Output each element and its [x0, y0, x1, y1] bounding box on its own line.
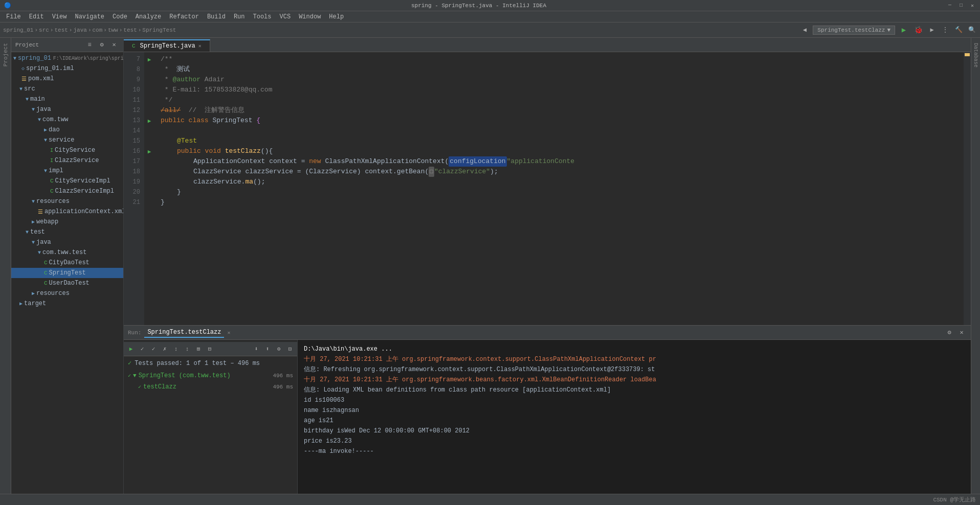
- springtest-label: SpringTest: [49, 269, 86, 277]
- tree-item-src[interactable]: ▼ src: [11, 84, 123, 94]
- filter-fail-button[interactable]: ✗: [160, 344, 170, 354]
- menu-navigate[interactable]: Navigate: [71, 12, 108, 21]
- expand-button[interactable]: ⊞: [193, 344, 204, 354]
- test-suite-item[interactable]: ✓ ▼ SpringTest (com.tww.test) 496 ms: [124, 370, 297, 381]
- menu-help[interactable]: Help: [325, 12, 348, 21]
- scroll-button[interactable]: ⊡: [285, 344, 295, 354]
- run-tab-active[interactable]: SpringTest.testClazz: [144, 328, 224, 338]
- menu-vcs[interactable]: VCS: [276, 12, 295, 21]
- project-tab-label: Project: [3, 43, 9, 66]
- build-button[interactable]: 🔨: [953, 25, 964, 35]
- debug-button[interactable]: 🐞: [912, 25, 924, 36]
- run-settings-icon[interactable]: ⚙: [944, 328, 954, 338]
- menu-window[interactable]: Window: [295, 12, 325, 21]
- run-config-dropdown-icon[interactable]: ▼: [887, 27, 890, 33]
- tree-item-webapp[interactable]: ▶ webapp: [11, 217, 123, 227]
- breadcrumb-test2[interactable]: test: [123, 27, 137, 33]
- tree-item-main[interactable]: ▼ main: [11, 94, 123, 104]
- breadcrumb-java[interactable]: java: [73, 27, 86, 33]
- tree-item-clazzservice[interactable]: I ClazzService: [11, 155, 123, 166]
- export-button[interactable]: ⬆: [262, 344, 273, 354]
- run-gutter-16[interactable]: ▶: [148, 148, 151, 155]
- breadcrumb-com[interactable]: com: [92, 27, 102, 33]
- panel-close-icon[interactable]: ✕: [109, 40, 119, 50]
- sort2-button[interactable]: ↕: [182, 344, 192, 354]
- panel-collapse-icon[interactable]: ≡: [84, 40, 95, 50]
- test-tree: ▶ ✓ ✓ ✗ ↕ ↕ ⊞ ⊟ ⬇ ⬆ ⚙ ⊡: [124, 340, 298, 494]
- run-button[interactable]: ▶: [898, 25, 909, 36]
- tree-item-resources2[interactable]: ▶ resources: [11, 288, 123, 299]
- tree-item-dao[interactable]: ▶ dao: [11, 125, 123, 135]
- main-label: main: [30, 96, 45, 103]
- code-line-9: * @author Adair: [161, 75, 964, 85]
- tree-item-cityservice[interactable]: I CityService: [11, 145, 123, 155]
- run-tab-close[interactable]: ✕: [227, 330, 230, 336]
- tree-item-clazzserviceimpl[interactable]: C ClazzServiceImpl: [11, 186, 123, 196]
- code-content[interactable]: /** * 测试 * @author Adair * E-mail: 15785…: [154, 52, 964, 325]
- database-icon[interactable]: Database: [970, 40, 981, 71]
- tree-root[interactable]: ▼ spring_01 F:\IDEAWork\spring\spring...: [11, 53, 123, 63]
- console-output[interactable]: D:\Java\bin\java.exe ... 十月 27, 2021 10:…: [298, 340, 971, 494]
- tree-item-java1[interactable]: ▼ java: [11, 104, 123, 114]
- menu-file[interactable]: File: [2, 12, 25, 21]
- search-button[interactable]: 🔍: [967, 25, 977, 35]
- gutter-column: ▶ ▶ ▶: [144, 52, 154, 325]
- gutter-11: [144, 95, 154, 105]
- tree-item-pom[interactable]: ☰ pom.xml: [11, 74, 123, 84]
- tree-item-impl[interactable]: ▼ impl: [11, 166, 123, 176]
- menu-analyze[interactable]: Analyze: [131, 12, 165, 21]
- menu-view[interactable]: View: [48, 12, 71, 21]
- sort-button[interactable]: ↕: [171, 344, 181, 354]
- breadcrumb-tww[interactable]: tww: [108, 27, 118, 33]
- filter-pass-button[interactable]: ✓: [148, 344, 159, 354]
- breadcrumb-test[interactable]: test: [54, 27, 68, 33]
- tree-item-comtww[interactable]: ▼ com.tww: [11, 114, 123, 125]
- breadcrumb-spring01[interactable]: spring_01: [3, 27, 33, 33]
- breadcrumb: spring_01 › src › test › java › com › tw…: [3, 27, 176, 33]
- more-run-options[interactable]: ⋮: [940, 25, 950, 35]
- run-close-icon[interactable]: ✕: [956, 328, 967, 338]
- run-gutter-13[interactable]: ▶: [148, 118, 151, 124]
- editor-tab-springtest[interactable]: C SpringTest.java ✕: [124, 39, 210, 52]
- menu-tools[interactable]: Tools: [249, 12, 276, 21]
- citydaotest-icon: C: [44, 260, 48, 266]
- breadcrumb-springtest[interactable]: SpringTest: [142, 27, 176, 33]
- test-method-item[interactable]: ✓ testClazz 496 ms: [124, 381, 297, 393]
- menu-edit[interactable]: Edit: [25, 12, 48, 21]
- close-button[interactable]: ✕: [969, 2, 976, 9]
- tab-close-icon[interactable]: ✕: [198, 43, 202, 49]
- check-button[interactable]: ✓: [137, 344, 147, 354]
- coverage-button[interactable]: ▶: [927, 25, 937, 35]
- run-configuration[interactable]: SpringTest.testClazz ▼: [813, 26, 895, 35]
- menu-build[interactable]: Build: [203, 12, 230, 21]
- maximize-button[interactable]: □: [957, 2, 965, 9]
- code-editor[interactable]: 7 8 9 10 11 12 13 14 15 16 17 18 19 20 2…: [124, 52, 971, 325]
- more-button[interactable]: ⚙: [274, 344, 284, 354]
- tree-item-test[interactable]: ▼ test: [11, 227, 123, 237]
- menu-run[interactable]: Run: [230, 12, 249, 21]
- tree-item-target[interactable]: ▶ target: [11, 299, 123, 309]
- tree-item-citydaotest[interactable]: C CityDaoTest: [11, 258, 123, 268]
- code-line-8: * 测试: [161, 64, 964, 75]
- tree-item-userdaotest[interactable]: C UserDaoTest: [11, 278, 123, 288]
- tree-item-springtest[interactable]: C SpringTest: [11, 268, 123, 278]
- tree-item-java2[interactable]: ▼ java: [11, 237, 123, 247]
- minimize-button[interactable]: ─: [946, 2, 953, 9]
- panel-settings-icon[interactable]: ⚙: [97, 40, 107, 50]
- collapse-button[interactable]: ⊟: [205, 344, 215, 354]
- menu-code[interactable]: Code: [108, 12, 131, 21]
- tree-item-service[interactable]: ▼ service: [11, 135, 123, 145]
- tree-item-comtwwtest[interactable]: ▼ com.tww.test: [11, 247, 123, 258]
- tree-item-cityserviceimpl[interactable]: C CityServiceImpl: [11, 176, 123, 186]
- back-button[interactable]: ◀: [799, 25, 810, 35]
- rerun-button[interactable]: ▶: [126, 344, 136, 354]
- tree-item-resources1[interactable]: ▼ resources: [11, 196, 123, 206]
- run-gutter-7[interactable]: ▶: [148, 56, 151, 63]
- project-tab[interactable]: Project: [3, 40, 9, 70]
- menu-refactor[interactable]: Refactor: [165, 12, 203, 21]
- import-button[interactable]: ⬇: [251, 344, 261, 354]
- tree-item-iml[interactable]: ◇ spring_01.iml: [11, 63, 123, 74]
- clazzservice-icon: I: [50, 158, 53, 164]
- breadcrumb-src[interactable]: src: [39, 27, 49, 33]
- tree-item-appctx[interactable]: ☰ applicationContext.xml: [11, 206, 123, 217]
